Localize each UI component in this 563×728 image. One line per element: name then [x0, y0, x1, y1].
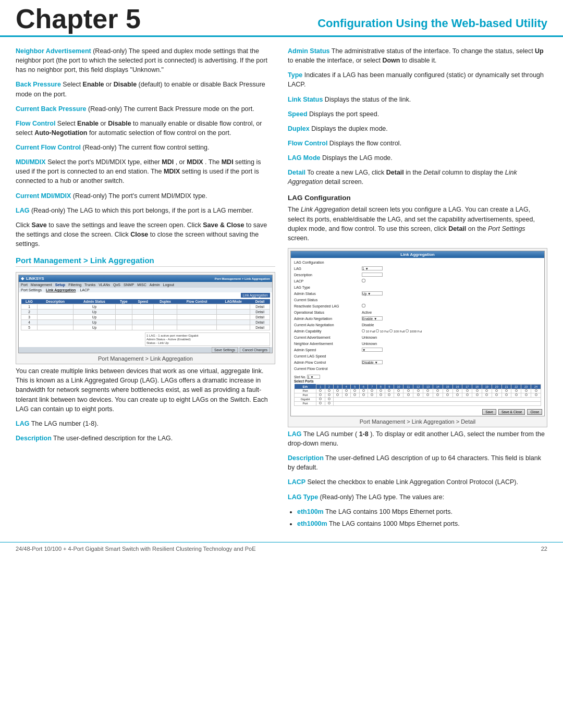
- table-row: Gigabit: [295, 397, 541, 401]
- save-close-button[interactable]: Save & Close: [498, 409, 525, 415]
- detail-title-bar: Link Aggregation: [291, 251, 544, 258]
- lag-type-bullets: eth100m The LAG contains 100 Mbps Ethern…: [297, 507, 547, 528]
- flow-control-para: Flow Control Select Enable or Disable to…: [16, 119, 275, 138]
- save-button[interactable]: Save: [482, 409, 496, 415]
- lag-para: LAG (Read-only) The LAG to which this po…: [16, 206, 275, 215]
- eth100m-term: eth100m: [297, 508, 324, 515]
- sim-header: ◆ LINKSYS Port Management > Link Aggrega…: [19, 275, 272, 282]
- footer-right: 22: [541, 546, 547, 552]
- eth1000m-term: eth1000m: [297, 520, 327, 527]
- lag-number-term: LAG: [16, 420, 29, 427]
- link-aggregation-screenshot-box: ◆ LINKSYS Port Management > Link Aggrega…: [16, 272, 275, 364]
- list-item: eth1000m The LAG contains 1000 Mbps Ethe…: [297, 519, 547, 528]
- list-item: eth100m The LAG contains 100 Mbps Ethern…: [297, 507, 547, 516]
- chapter-label: Chapter 5: [16, 5, 156, 32]
- detail-screenshot-caption: Port Management > Link Aggregation > Det…: [360, 418, 476, 425]
- table-row: Port: [295, 401, 541, 405]
- table-row: 1UpDetail: [21, 304, 270, 310]
- current-flow-control-term: Current Flow Control: [16, 144, 81, 151]
- click-save-para: Click Save to save the settings and leav…: [16, 220, 275, 249]
- page-footer: 24/48-Port 10/100 + 4-Port Gigabit Smart…: [0, 542, 563, 555]
- current-flow-control-para: Current Flow Control (Read-only) The cur…: [16, 143, 275, 152]
- lacp-term: LACP: [288, 478, 305, 486]
- lacp-checkbox[interactable]: [362, 279, 365, 282]
- left-column: Neighbor Advertisement (Read-only) The s…: [16, 46, 275, 532]
- lag-number-right-term: LAG: [288, 430, 301, 438]
- admin-status-term: Admin Status: [288, 47, 330, 55]
- flow-control-right-term: Flow Control: [288, 140, 327, 147]
- lag-mode-para: LAG Mode Displays the LAG mode.: [288, 153, 547, 163]
- close-button[interactable]: Close: [527, 409, 542, 415]
- ports-table: Eth 1 2 3 4 5 6 7 8 9 10: [294, 384, 541, 406]
- lag-number-right-para: LAG The LAG number ( 1-8 ). To display o…: [288, 429, 547, 448]
- link-aggregation-screenshot: ◆ LINKSYS Port Management > Link Aggrega…: [18, 275, 273, 353]
- detail-form: LAG Configuration LAG 1 ▼ Description: [291, 258, 544, 374]
- port-management-heading: Port Management > Link Aggregation: [16, 256, 275, 267]
- reactivate-lag-checkbox[interactable]: [362, 304, 365, 307]
- description-para: Description The user-defined description…: [16, 434, 275, 443]
- current-back-pressure-term: Current Back Pressure: [16, 105, 86, 113]
- type-term: Type: [288, 71, 302, 79]
- sim-table: LAG Description Admin Status Type Speed …: [21, 299, 270, 330]
- current-back-pressure-para: Current Back Pressure (Read-only) The cu…: [16, 104, 275, 114]
- lag-type-para: LAG Type (Read-only) The LAG type. The v…: [288, 492, 547, 502]
- flow-control-term: Flow Control: [16, 120, 55, 127]
- footer-left: 24/48-Port 10/100 + 4-Port Gigabit Smart…: [16, 546, 256, 552]
- sim-table-wrap: LAG Description Admin Status Type Speed …: [19, 298, 272, 331]
- sim-tabs: Port Settings Link Aggregation LACP: [19, 288, 272, 292]
- current-mdi-mdix-term: Current MDI/MDIX: [16, 192, 71, 200]
- mdi-mdix-para: MDI/MDIX Select the port's MDI/MDIX type…: [16, 157, 275, 186]
- description2-para: Description The user-defined LAG descrip…: [288, 453, 547, 472]
- table-row: Port: [295, 389, 541, 393]
- mdi-mdix-term: MDI/MDIX: [16, 158, 46, 166]
- page-header: Chapter 5 Configuration Using the Web-ba…: [0, 0, 563, 37]
- neighbor-advertisement-para: Neighbor Advertisement (Read-only) The s…: [16, 46, 275, 75]
- right-column: Admin Status The administrative status o…: [288, 46, 547, 532]
- link-aggregation-caption: Port Management > Link Aggregation: [98, 355, 193, 362]
- table-row: 3UpDetail: [21, 315, 270, 320]
- flow-control-right-para: Flow Control Displays the flow control.: [288, 139, 547, 148]
- detail-term: Detail: [288, 169, 305, 176]
- lag-term: LAG: [16, 207, 29, 214]
- lag-description-para: You can create multiple links between de…: [16, 366, 275, 414]
- detail-btn-row: Save Save & Close Close: [291, 408, 544, 416]
- duplex-para: Duplex Displays the duplex mode.: [288, 124, 547, 133]
- sim-nav: Port Management Setup Filtering Trunks V…: [19, 282, 272, 288]
- lag-type-term: LAG Type: [288, 493, 318, 501]
- chapter-title: Configuration Using the Web-based Utilit…: [156, 5, 547, 32]
- current-mdi-mdix-para: Current MDI/MDIX (Read-only) The port's …: [16, 191, 275, 201]
- detail-para: Detail To create a new LAG, click Detail…: [288, 168, 547, 187]
- lag-config-para: The Link Aggregation detail screen lets …: [288, 205, 547, 243]
- table-row: 4UpDetail: [21, 320, 270, 325]
- sim-footer: Save Settings Cancel Changes: [19, 347, 272, 353]
- main-content: Neighbor Advertisement (Read-only) The s…: [0, 37, 563, 532]
- speed-para: Speed Displays the port speed.: [288, 109, 547, 119]
- link-status-para: Link Status Displays the status of the l…: [288, 95, 547, 104]
- admin-status-para: Admin Status The administrative status o…: [288, 46, 547, 65]
- neighbor-advertisement-term: Neighbor Advertisement: [16, 47, 91, 55]
- back-pressure-term: Back Pressure: [16, 81, 61, 88]
- back-pressure-para: Back Pressure Select Enable or Disable (…: [16, 80, 275, 98]
- detail-screenshot: Link Aggregation LAG Configuration LAG 1…: [290, 251, 545, 416]
- speed-term: Speed: [288, 110, 308, 118]
- type-para: Type Indicates if a LAG has been manuall…: [288, 70, 547, 89]
- lag-mode-term: LAG Mode: [288, 154, 321, 162]
- table-row: Port: [295, 393, 541, 397]
- link-status-term: Link Status: [288, 96, 323, 103]
- detail-screenshot-box: Link Aggregation LAG Configuration LAG 1…: [288, 248, 547, 427]
- table-row: 5UpDetail: [21, 325, 270, 330]
- lacp-para: LACP Select the checkbox to enable Link …: [288, 477, 547, 487]
- description-term: Description: [16, 435, 52, 442]
- duplex-term: Duplex: [288, 125, 310, 132]
- description2-term: Description: [288, 454, 324, 462]
- lag-number-para: LAG The LAG number (1-8).: [16, 419, 275, 428]
- lag-configuration-heading: LAG Configuration: [288, 194, 547, 202]
- table-row: 2UpDetail: [21, 310, 270, 315]
